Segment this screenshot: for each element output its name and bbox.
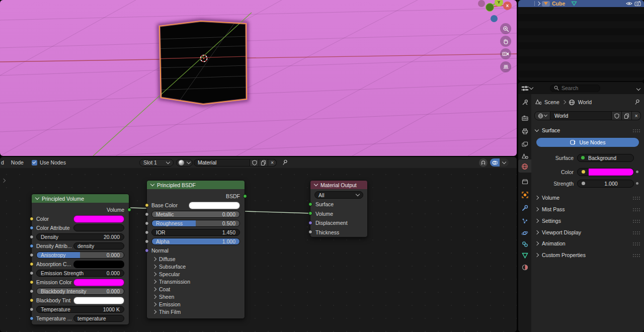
search-input[interactable]: Search — [550, 85, 600, 92]
input-socket[interactable] — [30, 280, 34, 284]
input-socket[interactable] — [308, 211, 312, 215]
anisotropy-slider[interactable]: Anisotropy 0.000 — [36, 252, 124, 259]
3d-viewport[interactable]: Y X — [0, 0, 517, 156]
node-header[interactable]: Principled BSDF — [147, 181, 245, 189]
node-menu[interactable]: Node — [11, 159, 24, 165]
tab-collection[interactable] — [520, 177, 530, 187]
input-socket[interactable] — [30, 217, 34, 221]
input-socket[interactable] — [308, 221, 312, 225]
ior-slider[interactable]: IOR 1.450 — [151, 229, 240, 236]
node-principled-volume[interactable]: Principled Volume Volume Color Color Att… — [31, 194, 129, 325]
input-socket[interactable] — [145, 221, 149, 225]
pin-icon[interactable] — [282, 159, 288, 166]
panel-grip-icon[interactable] — [632, 129, 640, 132]
temperature-slider[interactable]: Temperature 1000 K — [36, 306, 124, 313]
input-socket[interactable] — [145, 203, 149, 207]
tab-scene[interactable] — [520, 151, 530, 161]
fake-user-button[interactable] — [612, 111, 622, 120]
surface-panel-header[interactable]: Surface — [535, 126, 640, 134]
strength-field[interactable]: 1.000 — [577, 180, 634, 188]
material-data-icon[interactable] — [571, 1, 577, 6]
section-subsurface[interactable]: Subsurface — [147, 263, 245, 270]
tab-object[interactable] — [520, 190, 530, 200]
tab-world-active[interactable] — [520, 161, 530, 172]
cube-object[interactable] — [159, 21, 247, 104]
breadcrumb-scene[interactable]: Scene — [544, 99, 559, 105]
tab-output[interactable] — [520, 126, 530, 136]
use-nodes-button[interactable]: Use Nodes — [536, 138, 639, 147]
tab-physics[interactable] — [520, 228, 530, 238]
browse-material-dropdown[interactable] — [176, 159, 193, 167]
input-socket[interactable] — [30, 316, 34, 320]
roughness-slider[interactable]: Roughness 0.500 — [151, 220, 240, 227]
tab-constraints[interactable] — [520, 239, 530, 249]
panel-volume[interactable]: Volume — [535, 194, 640, 202]
input-socket[interactable] — [145, 230, 149, 234]
add-menu[interactable]: d — [1, 159, 4, 165]
node-canvas[interactable]: Principled Volume Volume Color Color Att… — [0, 168, 517, 332]
section-emission[interactable]: Emission — [147, 300, 245, 308]
use-nodes-checkbox[interactable]: Use Nodes — [32, 159, 66, 165]
tab-object-data[interactable] — [520, 251, 530, 261]
panel-grip-icon[interactable] — [632, 196, 640, 200]
panel-settings[interactable]: Settings — [535, 217, 640, 225]
tab-particles[interactable] — [520, 216, 530, 226]
color-swatch[interactable] — [189, 202, 240, 209]
collapse-chevron-icon[interactable] — [314, 182, 318, 186]
section-specular[interactable]: Specular — [147, 270, 245, 278]
node-material-output[interactable]: Material Output All Surface Volume Displ… — [310, 180, 368, 237]
emission-strength-slider[interactable]: Emission Strength 0.000 — [36, 270, 124, 277]
section-transmission[interactable]: Transmission — [147, 278, 245, 285]
metallic-slider[interactable]: Metallic 0.000 — [151, 211, 240, 218]
overlays-dropdown[interactable] — [500, 158, 509, 167]
color-swatch[interactable] — [73, 261, 124, 268]
snapping-magnet-icon[interactable] — [479, 158, 488, 167]
panel-custom-properties[interactable]: Custom Properties — [535, 251, 640, 259]
outliner[interactable]: Cube — [518, 0, 644, 81]
overlays-toggle[interactable] — [490, 158, 500, 167]
input-socket[interactable] — [30, 253, 34, 257]
alpha-slider[interactable]: Alpha 1.000 — [151, 238, 240, 245]
input-socket[interactable] — [30, 289, 34, 293]
color-swatch[interactable] — [73, 297, 124, 304]
output-socket[interactable] — [243, 194, 247, 198]
node-header[interactable]: Principled Volume — [32, 194, 129, 203]
density-slider[interactable]: Density 20.000 — [36, 233, 124, 240]
collapse-chevron-icon[interactable] — [150, 182, 154, 186]
material-slot-dropdown[interactable]: Slot 1 — [139, 159, 174, 167]
text-field[interactable]: density — [73, 242, 124, 250]
mesh-data-icon[interactable] — [542, 1, 550, 7]
node-header[interactable]: Material Output — [310, 181, 367, 189]
gizmo-z-ball[interactable] — [491, 15, 498, 22]
disable-render-icon[interactable] — [634, 1, 641, 6]
animate-decorator[interactable] — [634, 182, 640, 185]
tab-modifiers[interactable] — [520, 203, 530, 213]
browse-world-dropdown[interactable] — [534, 111, 550, 120]
camera-view-button[interactable] — [500, 48, 511, 59]
pin-icon[interactable] — [634, 99, 640, 106]
input-socket[interactable] — [30, 298, 34, 302]
fake-user-button[interactable] — [250, 159, 259, 167]
surface-shader-dropdown[interactable]: Background — [577, 154, 634, 162]
new-material-button[interactable] — [259, 159, 268, 167]
panel-grip-icon[interactable] — [632, 254, 640, 257]
object-name[interactable]: Cube — [552, 1, 565, 7]
input-socket[interactable] — [30, 262, 34, 266]
panel-grip-icon[interactable] — [632, 231, 640, 234]
animate-decorator[interactable] — [634, 171, 640, 173]
perspective-toggle-button[interactable] — [500, 61, 511, 72]
panel-grip-icon[interactable] — [632, 242, 640, 245]
world-color-swatch[interactable] — [577, 168, 634, 176]
section-thin-film[interactable]: Thin Film — [147, 308, 245, 315]
shader-editor[interactable]: d Node Use Nodes Slot 1 Material — [0, 157, 517, 332]
new-world-button[interactable] — [622, 111, 632, 120]
pan-button[interactable] — [500, 36, 511, 47]
blackbody-intensity-slider[interactable]: Blackbody Intensity 0.000 — [36, 288, 124, 295]
collapse-chevron-icon[interactable] — [35, 196, 39, 200]
panel-grip-icon[interactable] — [632, 208, 640, 211]
color-swatch[interactable] — [73, 215, 124, 223]
breadcrumb-world[interactable]: World — [578, 99, 592, 105]
output-socket[interactable] — [127, 208, 131, 212]
panel-grip-icon[interactable] — [632, 219, 640, 223]
panel-viewport-display[interactable]: Viewport Display — [535, 228, 640, 236]
